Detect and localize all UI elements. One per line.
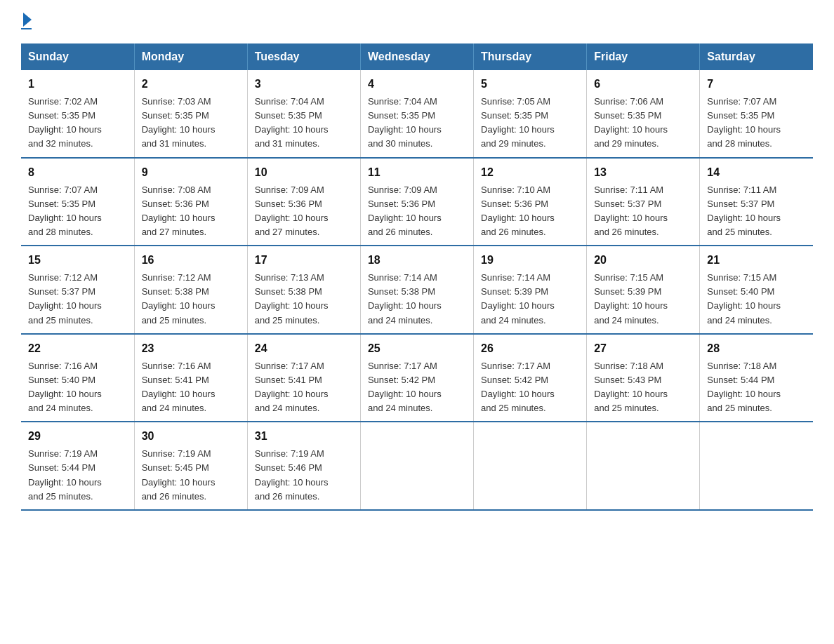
calendar-header-row: SundayMondayTuesdayWednesdayThursdayFrid… [21,43,813,70]
day-info: Sunrise: 7:04 AMSunset: 5:35 PMDaylight:… [368,96,442,149]
logo-blue-part [21,14,32,27]
calendar-cell: 30Sunrise: 7:19 AMSunset: 5:45 PMDayligh… [134,422,247,510]
day-number: 21 [707,252,806,269]
calendar-cell: 27Sunrise: 7:18 AMSunset: 5:43 PMDayligh… [587,334,700,422]
calendar-cell: 18Sunrise: 7:14 AMSunset: 5:38 PMDayligh… [360,246,473,334]
day-number: 5 [481,76,579,93]
calendar-cell: 2Sunrise: 7:03 AMSunset: 5:35 PMDaylight… [134,70,247,158]
day-info: Sunrise: 7:16 AMSunset: 5:40 PMDaylight:… [28,361,102,413]
day-number: 3 [255,76,353,93]
calendar-cell: 24Sunrise: 7:17 AMSunset: 5:41 PMDayligh… [247,334,360,422]
calendar-cell [700,422,813,510]
calendar-cell: 23Sunrise: 7:16 AMSunset: 5:41 PMDayligh… [134,334,247,422]
day-info: Sunrise: 7:10 AMSunset: 5:36 PMDaylight:… [481,185,555,237]
calendar-week-row: 22Sunrise: 7:16 AMSunset: 5:40 PMDayligh… [21,334,813,422]
calendar-cell: 5Sunrise: 7:05 AMSunset: 5:35 PMDaylight… [474,70,587,158]
calendar-cell: 25Sunrise: 7:17 AMSunset: 5:42 PMDayligh… [360,334,473,422]
day-info: Sunrise: 7:15 AMSunset: 5:40 PMDaylight:… [707,272,781,325]
day-number: 24 [255,340,353,357]
day-info: Sunrise: 7:17 AMSunset: 5:42 PMDaylight:… [368,361,442,413]
day-info: Sunrise: 7:11 AMSunset: 5:37 PMDaylight:… [594,185,668,237]
calendar-cell: 31Sunrise: 7:19 AMSunset: 5:46 PMDayligh… [247,422,360,510]
calendar-cell: 16Sunrise: 7:12 AMSunset: 5:38 PMDayligh… [134,246,247,334]
day-number: 29 [28,428,127,445]
day-number: 14 [707,164,806,181]
day-info: Sunrise: 7:14 AMSunset: 5:38 PMDaylight:… [368,272,442,325]
day-info: Sunrise: 7:17 AMSunset: 5:42 PMDaylight:… [481,361,555,413]
calendar-cell: 1Sunrise: 7:02 AMSunset: 5:35 PMDaylight… [21,70,134,158]
day-number: 8 [28,164,127,181]
day-info: Sunrise: 7:16 AMSunset: 5:41 PMDaylight:… [142,361,216,413]
day-number: 16 [142,252,240,269]
calendar-cell: 3Sunrise: 7:04 AMSunset: 5:35 PMDaylight… [247,70,360,158]
day-number: 2 [142,76,240,93]
day-info: Sunrise: 7:19 AMSunset: 5:45 PMDaylight:… [142,448,216,501]
day-number: 30 [142,428,240,445]
calendar-cell [360,422,473,510]
day-number: 9 [142,164,240,181]
calendar-cell: 9Sunrise: 7:08 AMSunset: 5:36 PMDaylight… [134,158,247,246]
day-number: 18 [368,252,466,269]
day-info: Sunrise: 7:18 AMSunset: 5:43 PMDaylight:… [594,361,668,413]
day-info: Sunrise: 7:05 AMSunset: 5:35 PMDaylight:… [481,96,555,149]
calendar-table: SundayMondayTuesdayWednesdayThursdayFrid… [21,43,813,511]
day-number: 4 [368,76,466,93]
column-header-friday: Friday [587,43,700,70]
calendar-cell: 22Sunrise: 7:16 AMSunset: 5:40 PMDayligh… [21,334,134,422]
day-info: Sunrise: 7:18 AMSunset: 5:44 PMDaylight:… [707,361,781,413]
day-info: Sunrise: 7:19 AMSunset: 5:44 PMDaylight:… [28,448,102,501]
day-number: 20 [594,252,692,269]
calendar-cell: 26Sunrise: 7:17 AMSunset: 5:42 PMDayligh… [474,334,587,422]
day-number: 26 [481,340,579,357]
calendar-cell: 29Sunrise: 7:19 AMSunset: 5:44 PMDayligh… [21,422,134,510]
day-number: 27 [594,340,692,357]
calendar-cell: 10Sunrise: 7:09 AMSunset: 5:36 PMDayligh… [247,158,360,246]
day-info: Sunrise: 7:11 AMSunset: 5:37 PMDaylight:… [707,185,781,237]
calendar-cell: 19Sunrise: 7:14 AMSunset: 5:39 PMDayligh… [474,246,587,334]
day-number: 1 [28,76,127,93]
day-info: Sunrise: 7:12 AMSunset: 5:37 PMDaylight:… [28,272,102,325]
logo [21,14,32,29]
calendar-cell: 15Sunrise: 7:12 AMSunset: 5:37 PMDayligh… [21,246,134,334]
calendar-cell: 28Sunrise: 7:18 AMSunset: 5:44 PMDayligh… [700,334,813,422]
logo-text [21,14,32,27]
calendar-cell: 4Sunrise: 7:04 AMSunset: 5:35 PMDaylight… [360,70,473,158]
day-number: 25 [368,340,466,357]
day-number: 22 [28,340,127,357]
day-number: 10 [255,164,353,181]
day-number: 31 [255,428,353,445]
day-number: 12 [481,164,579,181]
day-number: 17 [255,252,353,269]
day-info: Sunrise: 7:03 AMSunset: 5:35 PMDaylight:… [142,96,216,149]
day-number: 19 [481,252,579,269]
day-number: 7 [707,76,806,93]
day-number: 11 [368,164,466,181]
calendar-cell [474,422,587,510]
day-number: 23 [142,340,240,357]
day-number: 15 [28,252,127,269]
day-number: 13 [594,164,692,181]
day-info: Sunrise: 7:15 AMSunset: 5:39 PMDaylight:… [594,272,668,325]
day-info: Sunrise: 7:04 AMSunset: 5:35 PMDaylight:… [255,96,329,149]
calendar-week-row: 29Sunrise: 7:19 AMSunset: 5:44 PMDayligh… [21,422,813,510]
day-number: 6 [594,76,692,93]
calendar-cell: 17Sunrise: 7:13 AMSunset: 5:38 PMDayligh… [247,246,360,334]
column-header-tuesday: Tuesday [247,43,360,70]
day-info: Sunrise: 7:09 AMSunset: 5:36 PMDaylight:… [368,185,442,237]
calendar-cell: 6Sunrise: 7:06 AMSunset: 5:35 PMDaylight… [587,70,700,158]
calendar-cell: 7Sunrise: 7:07 AMSunset: 5:35 PMDaylight… [700,70,813,158]
page-header [21,14,813,29]
calendar-week-row: 1Sunrise: 7:02 AMSunset: 5:35 PMDaylight… [21,70,813,158]
day-info: Sunrise: 7:02 AMSunset: 5:35 PMDaylight:… [28,96,102,149]
day-info: Sunrise: 7:08 AMSunset: 5:36 PMDaylight:… [142,185,216,237]
day-info: Sunrise: 7:12 AMSunset: 5:38 PMDaylight:… [142,272,216,325]
calendar-week-row: 8Sunrise: 7:07 AMSunset: 5:35 PMDaylight… [21,158,813,246]
logo-arrow-icon [23,13,32,27]
calendar-cell: 20Sunrise: 7:15 AMSunset: 5:39 PMDayligh… [587,246,700,334]
day-info: Sunrise: 7:06 AMSunset: 5:35 PMDaylight:… [594,96,668,149]
day-info: Sunrise: 7:07 AMSunset: 5:35 PMDaylight:… [707,96,781,149]
calendar-cell: 21Sunrise: 7:15 AMSunset: 5:40 PMDayligh… [700,246,813,334]
column-header-sunday: Sunday [21,43,134,70]
column-header-wednesday: Wednesday [360,43,473,70]
day-info: Sunrise: 7:17 AMSunset: 5:41 PMDaylight:… [255,361,329,413]
